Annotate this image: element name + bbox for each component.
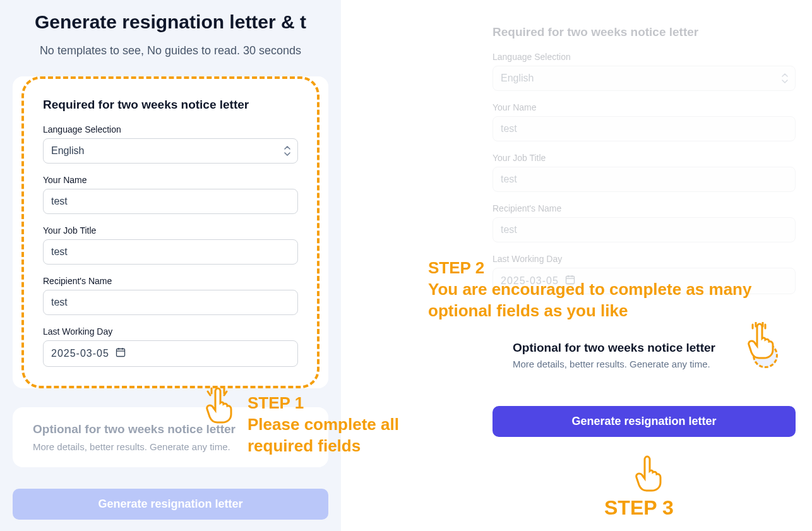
anno-step2: STEP 2 You are encouraged to complete as…	[428, 258, 782, 321]
svg-line-5	[208, 391, 210, 395]
anno-step2-text: You are encouraged to complete as many o…	[428, 279, 782, 322]
required-section-title-right: Required for two weeks notice letter	[493, 25, 796, 39]
page-subtitle: No templates to see, No guides to read. …	[13, 44, 328, 57]
language-label: Language Selection	[43, 124, 298, 134]
recipient-label-right: Recipient's Name	[493, 203, 796, 213]
optional-sub-right: More details, better results. Generate a…	[513, 359, 751, 369]
language-select-right[interactable]: English	[493, 66, 796, 91]
anno-step3: STEP 3	[604, 495, 674, 522]
name-input[interactable]	[43, 189, 298, 214]
generate-button-enabled[interactable]: Generate resignation letter	[493, 406, 796, 437]
language-label-right: Language Selection	[493, 52, 796, 62]
required-card-border: Required for two weeks notice letter Lan…	[21, 76, 319, 388]
required-section-title: Required for two weeks notice letter	[43, 98, 298, 112]
lastday-input[interactable]: 2025-03-05	[43, 340, 298, 367]
pointer-hand-step2	[744, 322, 775, 362]
svg-rect-0	[116, 349, 124, 357]
anno-step3-title: STEP 3	[604, 495, 674, 522]
calendar-icon	[116, 347, 126, 360]
anno-step1: STEP 1 Please complete all required fiel…	[248, 393, 431, 456]
recipient-label: Recipient's Name	[43, 276, 298, 286]
lastday-label: Last Working Day	[43, 326, 298, 337]
anno-step1-title: STEP 1	[248, 393, 431, 414]
pointer-hand-step1	[202, 386, 234, 427]
pointer-hand-step3	[631, 455, 663, 495]
generate-button-disabled[interactable]: Generate resignation letter	[13, 489, 328, 520]
lastday-value: 2025-03-05	[51, 348, 109, 359]
name-label: Your Name	[43, 175, 298, 185]
name-label-right: Your Name	[493, 102, 796, 112]
anno-step1-text: Please complete all required fields	[248, 414, 431, 457]
anno-step2-title: STEP 2	[428, 258, 782, 279]
job-input-right[interactable]	[493, 167, 796, 192]
language-select[interactable]: English	[43, 138, 298, 164]
required-card: Required for two weeks notice letter Lan…	[13, 76, 328, 388]
recipient-input-right[interactable]	[493, 217, 796, 242]
page-title: Generate resignation letter & t	[13, 11, 328, 33]
job-input[interactable]	[43, 239, 298, 265]
optional-title-right: Optional for two weeks notice letter	[513, 341, 751, 355]
job-label-right: Your Job Title	[493, 153, 796, 163]
job-label: Your Job Title	[43, 225, 298, 236]
name-input-right[interactable]	[493, 116, 796, 141]
recipient-input[interactable]	[43, 290, 298, 315]
